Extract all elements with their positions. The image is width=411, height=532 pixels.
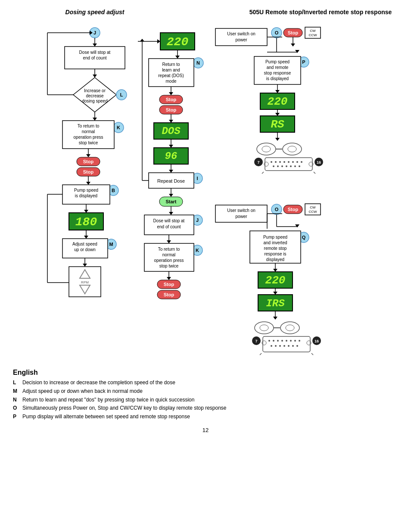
svg-text:K: K: [117, 125, 120, 130]
svg-text:Stop: Stop: [166, 107, 177, 112]
svg-text:To return to: To return to: [78, 124, 100, 128]
right-diagram-svg: User switch on power O Stop CW CCW: [211, 20, 379, 356]
svg-text:is displayed: is displayed: [266, 76, 289, 81]
svg-text:Repeat Dose: Repeat Dose: [157, 178, 185, 184]
svg-marker-75: [169, 92, 173, 95]
svg-text:16: 16: [317, 160, 321, 165]
svg-text:I: I: [196, 176, 198, 181]
svg-text:Stop: Stop: [166, 97, 177, 102]
svg-marker-89: [169, 170, 173, 173]
svg-point-241: [292, 345, 294, 347]
legend-text: Pump display will alternate between set …: [22, 413, 190, 420]
svg-text:M: M: [109, 242, 113, 247]
svg-marker-38: [84, 210, 88, 213]
svg-point-220: [255, 322, 274, 334]
svg-marker-25: [86, 154, 90, 157]
svg-point-239: [283, 345, 285, 347]
svg-text:and inverted: and inverted: [263, 240, 287, 245]
svg-text:L: L: [120, 92, 123, 97]
page: Dosing speed adjust 505U Remote stop/Inv…: [0, 0, 411, 532]
svg-marker-115: [167, 277, 171, 280]
svg-point-178: [286, 165, 287, 167]
svg-text:Dose will stop at: Dose will stop at: [79, 50, 111, 55]
svg-text:response is: response is: [264, 252, 286, 256]
svg-marker-8: [93, 75, 97, 78]
svg-text:O: O: [275, 30, 279, 35]
svg-text:User switch on: User switch on: [227, 31, 255, 36]
svg-text:Pump speed: Pump speed: [74, 188, 98, 193]
svg-text:Q: Q: [302, 235, 306, 240]
svg-point-167: [271, 161, 272, 163]
legend-item: PPump display will alternate between set…: [13, 413, 398, 420]
diagrams-wrapper: J Dose will stop at end of count Increas…: [13, 20, 398, 356]
svg-point-180: [294, 165, 296, 167]
svg-rect-123: [215, 28, 267, 46]
svg-marker-122: [140, 39, 144, 41]
svg-text:decrease: decrease: [86, 93, 104, 98]
svg-text:normal: normal: [82, 129, 95, 134]
svg-point-228: [268, 340, 270, 342]
svg-text:normal: normal: [162, 252, 176, 257]
svg-text:IRS: IRS: [266, 298, 285, 309]
svg-marker-49: [83, 264, 87, 267]
svg-point-223: [280, 322, 299, 334]
legend-text: Adjust speed up or down when back in nor…: [22, 388, 143, 395]
legend-letter: L: [13, 379, 20, 386]
left-diagram-svg: J Dose will stop at end of count Increas…: [13, 20, 136, 356]
svg-text:RS: RS: [271, 118, 284, 131]
svg-text:CW: CW: [310, 205, 316, 209]
svg-text:7: 7: [255, 339, 257, 343]
svg-point-174: [301, 161, 302, 163]
svg-marker-219: [273, 317, 277, 320]
legend-text: Return to learn and repeat "dos" by pres…: [22, 396, 194, 404]
svg-marker-215: [273, 292, 277, 295]
svg-point-169: [279, 161, 281, 163]
svg-point-232: [286, 340, 287, 342]
svg-text:CW: CW: [310, 29, 316, 33]
svg-point-173: [296, 161, 298, 163]
svg-marker-140: [295, 50, 299, 53]
svg-text:Stop: Stop: [164, 282, 174, 287]
svg-marker-81: [169, 120, 173, 123]
svg-text:J: J: [196, 218, 199, 223]
legend-letter: M: [13, 388, 20, 395]
svg-marker-95: [169, 194, 173, 197]
svg-text:stop twice: stop twice: [159, 264, 179, 268]
svg-text:Start: Start: [165, 199, 176, 204]
svg-line-186: [262, 172, 264, 174]
svg-text:Stop: Stop: [83, 159, 94, 164]
svg-text:dosing speed: dosing speed: [82, 99, 108, 103]
svg-point-230: [277, 340, 279, 342]
mid-diagram-svg: 220 N Return to learn and repeat (DOS) m…: [136, 20, 211, 356]
svg-text:DOS: DOS: [162, 125, 181, 137]
svg-marker-157: [275, 138, 280, 141]
svg-text:end of count: end of count: [157, 224, 181, 229]
legend-letter: O: [13, 404, 20, 412]
svg-point-237: [275, 345, 277, 347]
svg-text:is displayed: is displayed: [75, 193, 97, 198]
svg-text:Stop: Stop: [288, 207, 299, 212]
svg-point-229: [273, 340, 274, 342]
svg-marker-62: [157, 39, 160, 44]
svg-text:displayed: displayed: [266, 257, 284, 262]
svg-point-159: [262, 146, 271, 152]
english-section: English LDecision to increase or decreas…: [13, 364, 398, 420]
svg-marker-31: [86, 182, 90, 185]
svg-text:Stop: Stop: [164, 292, 174, 297]
svg-rect-227: [263, 336, 310, 352]
svg-marker-42: [84, 236, 88, 239]
svg-marker-3: [93, 44, 97, 47]
svg-marker-153: [275, 113, 280, 116]
svg-text:Dose will stop at: Dose will stop at: [153, 218, 185, 223]
svg-point-162: [288, 146, 296, 152]
svg-point-170: [283, 161, 285, 163]
header-right: 505U Remote stop/Inverted remote stop re…: [243, 9, 398, 16]
svg-text:mode: mode: [165, 79, 176, 84]
svg-point-158: [257, 143, 276, 155]
svg-point-236: [271, 345, 272, 347]
english-title: English: [13, 369, 398, 376]
svg-line-187: [314, 172, 315, 174]
legend-letter: P: [13, 413, 20, 420]
svg-text:O: O: [275, 207, 279, 212]
legend-item: LDecision to increase or decrease the co…: [13, 379, 398, 386]
